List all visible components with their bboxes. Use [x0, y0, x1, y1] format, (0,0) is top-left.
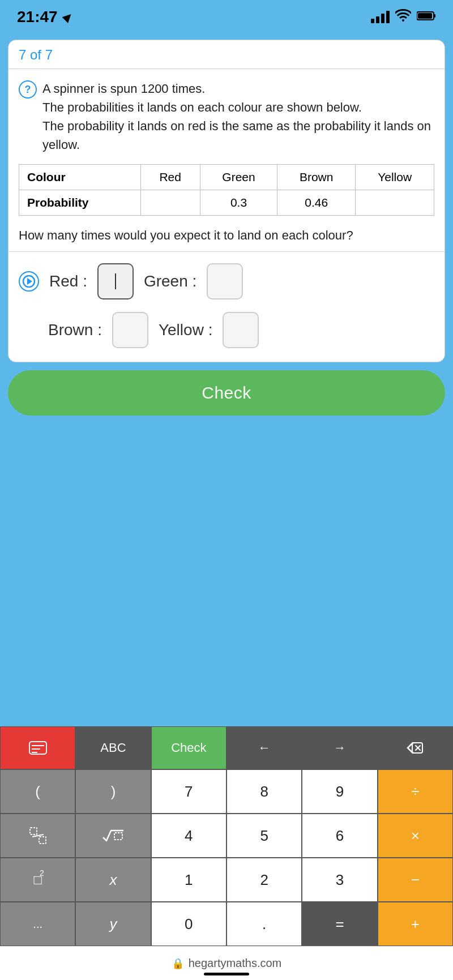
answer-row-2: Brown : Yellow :: [19, 312, 434, 348]
multiply-key[interactable]: ×: [378, 814, 453, 858]
svg-rect-1: [434, 14, 435, 18]
probability-table: Colour Red Green Brown Yellow Probabilit…: [19, 164, 434, 216]
question-body: ? A spinner is spun 1200 times. The prob…: [8, 69, 445, 251]
status-time: 21:47 ▶: [17, 8, 71, 26]
power-key[interactable]: □2: [0, 858, 75, 902]
brown-label: Brown :: [48, 321, 102, 339]
plus-key[interactable]: +: [378, 902, 453, 946]
answer-arrow-icon: [19, 271, 39, 292]
yellow-label: Yellow :: [159, 321, 212, 339]
battery-icon: [417, 11, 436, 23]
green-input[interactable]: [207, 263, 243, 299]
lock-icon: 🔒: [172, 957, 184, 970]
signal-bar-4: [386, 11, 390, 23]
key-3[interactable]: 3: [302, 858, 377, 902]
green-label: Green :: [144, 272, 196, 290]
main-content: 7 of 7 ? A spinner is spun 1200 times. T…: [0, 34, 453, 726]
svg-rect-15: [114, 833, 122, 840]
decimal-key[interactable]: .: [226, 902, 302, 946]
signal-bar-3: [381, 14, 384, 23]
website-label: hegartymaths.com: [189, 957, 282, 970]
question-number-row: 7 of 7: [8, 40, 445, 69]
keyboard-icon-btn[interactable]: [0, 726, 75, 769]
check-button[interactable]: Check: [8, 370, 445, 416]
prob-yellow: [356, 190, 434, 216]
question-paragraph: A spinner is spun 1200 times. The probab…: [42, 79, 434, 154]
key-8[interactable]: 8: [226, 769, 302, 814]
sub-question: How many times would you expect it to la…: [19, 226, 434, 245]
status-icons: [371, 9, 436, 25]
key-9[interactable]: 9: [302, 769, 377, 814]
fraction-key[interactable]: [0, 814, 75, 858]
prob-red: [140, 190, 200, 216]
brown-input[interactable]: [112, 312, 148, 348]
ellipsis-key[interactable]: ...: [0, 902, 75, 946]
home-indicator: [204, 973, 249, 975]
question-help-icon: ?: [19, 80, 37, 99]
prob-green: 0.3: [200, 190, 277, 216]
time-display: 21:47: [17, 8, 58, 26]
key-7[interactable]: 7: [151, 769, 226, 814]
cursor: [115, 273, 116, 289]
key-1[interactable]: 1: [151, 858, 226, 902]
red-label: Red :: [49, 272, 87, 290]
bottom-bar: 🔒 hegartymaths.com: [0, 946, 453, 980]
key-0[interactable]: 0: [151, 902, 226, 946]
keyboard-area: ABC Check ← → ( ) 7 8 9 ÷: [0, 726, 453, 946]
col-header-colour: Colour: [19, 165, 141, 190]
divide-key[interactable]: ÷: [378, 769, 453, 814]
svg-rect-12: [30, 828, 37, 835]
svg-rect-14: [39, 837, 46, 844]
signal-bars: [371, 11, 390, 23]
signal-bar-2: [376, 16, 379, 23]
prob-brown: 0.46: [277, 190, 356, 216]
col-header-brown: Brown: [277, 165, 356, 190]
red-input[interactable]: [97, 263, 134, 299]
question-card: 7 of 7 ? A spinner is spun 1200 times. T…: [8, 40, 445, 362]
key-6[interactable]: 6: [302, 814, 377, 858]
right-arrow-btn[interactable]: →: [302, 726, 377, 769]
keyboard-grid: ( ) 7 8 9 ÷ 4 5 6 × □2 x 1 2: [0, 769, 453, 946]
open-paren-key[interactable]: (: [0, 769, 75, 814]
left-arrow-btn[interactable]: ←: [226, 726, 302, 769]
signal-bar-1: [371, 19, 374, 23]
abc-btn[interactable]: ABC: [75, 726, 151, 769]
variable-x-key[interactable]: x: [75, 858, 151, 902]
close-paren-key[interactable]: ): [75, 769, 151, 814]
key-4[interactable]: 4: [151, 814, 226, 858]
key-5[interactable]: 5: [226, 814, 302, 858]
answer-row-1: Red : Green :: [19, 263, 434, 299]
question-number: 7 of 7: [19, 47, 53, 62]
sqrt-key[interactable]: [75, 814, 151, 858]
yellow-input[interactable]: [223, 312, 259, 348]
answer-section: Red : Green : Brown : Yellow :: [8, 252, 445, 362]
key-2[interactable]: 2: [226, 858, 302, 902]
backspace-btn[interactable]: [378, 726, 453, 769]
col-header-green: Green: [200, 165, 277, 190]
variable-y-key[interactable]: y: [75, 902, 151, 946]
question-text-block: ? A spinner is spun 1200 times. The prob…: [19, 79, 434, 154]
col-header-yellow: Yellow: [356, 165, 434, 190]
equals-key[interactable]: =: [302, 902, 377, 946]
check-keyboard-btn[interactable]: Check: [151, 726, 226, 769]
minus-key[interactable]: −: [378, 858, 453, 902]
svg-marker-4: [27, 278, 32, 285]
wifi-icon: [395, 9, 411, 25]
col-header-red: Red: [140, 165, 200, 190]
row-label-probability: Probability: [19, 190, 141, 216]
location-icon: ▶: [60, 10, 74, 24]
keyboard-top-row: ABC Check ← →: [0, 726, 453, 769]
svg-rect-2: [418, 13, 432, 19]
status-bar: 21:47 ▶: [0, 0, 453, 34]
